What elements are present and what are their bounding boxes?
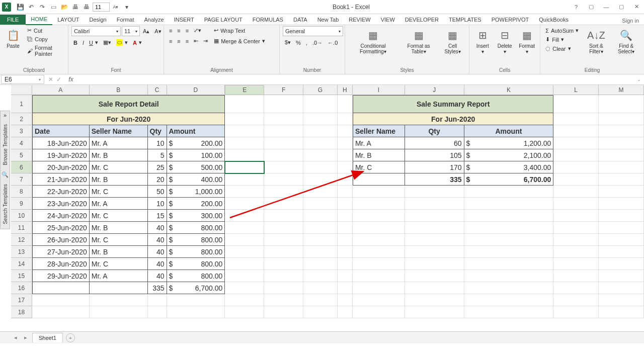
- delete-cells-button[interactable]: ⊟Delete▾: [495, 26, 515, 55]
- cell-L10[interactable]: [553, 210, 599, 222]
- cell-L11[interactable]: [553, 222, 599, 234]
- cell-A8[interactable]: 22-Jun-2020: [32, 186, 90, 198]
- cell-B3[interactable]: Seller Name: [90, 125, 148, 137]
- row-header-2[interactable]: 2: [11, 113, 32, 125]
- cell-G12[interactable]: [303, 234, 338, 246]
- font-color-button[interactable]: A▾: [131, 38, 144, 47]
- fx-icon[interactable]: fx: [65, 76, 76, 83]
- cell-B6[interactable]: Mr. C: [90, 161, 148, 173]
- cell-styles-button[interactable]: ▦Cell Styles▾: [439, 26, 466, 55]
- cell-H12[interactable]: [338, 234, 353, 246]
- autosum-button[interactable]: ΣAutoSum▾: [543, 26, 581, 35]
- cell-G1[interactable]: [303, 95, 338, 113]
- new-icon[interactable]: ▭: [48, 2, 58, 12]
- tab-developer[interactable]: DEVELOPER: [400, 16, 444, 25]
- cell-K3[interactable]: Amount: [464, 125, 554, 137]
- cell-K11[interactable]: [464, 222, 554, 234]
- cell-F1[interactable]: [264, 95, 303, 113]
- cell-E7[interactable]: [225, 173, 264, 186]
- cell-I14[interactable]: [353, 258, 405, 270]
- cell-L7[interactable]: [553, 173, 599, 186]
- tab-format[interactable]: Format: [112, 16, 139, 25]
- cell-F4[interactable]: [264, 137, 303, 149]
- cell-I9[interactable]: [353, 198, 405, 210]
- cell-H5[interactable]: [338, 149, 353, 161]
- cell-L2[interactable]: [553, 113, 599, 125]
- cell-M7[interactable]: [599, 173, 644, 186]
- detail-title[interactable]: Sale Report Detail: [32, 95, 225, 113]
- align-right-icon[interactable]: ≡: [184, 37, 191, 45]
- cell-M14[interactable]: [599, 258, 644, 270]
- sheet-tab[interactable]: Sheet1: [32, 333, 63, 342]
- cell-L8[interactable]: [553, 186, 599, 198]
- cell-L12[interactable]: [553, 234, 599, 246]
- decrease-indent-icon[interactable]: ⇤: [192, 37, 200, 45]
- cell-D12[interactable]: $800.00: [167, 234, 225, 246]
- cell-H2[interactable]: [338, 113, 353, 125]
- cell-A12[interactable]: 26-Jun-2020: [32, 234, 90, 246]
- row-header-1[interactable]: 1: [11, 95, 32, 113]
- column-header-L[interactable]: L: [553, 85, 599, 95]
- qat-customize-icon[interactable]: ▾: [122, 2, 132, 12]
- cell-H18[interactable]: [338, 306, 353, 318]
- cell-H4[interactable]: [338, 137, 353, 149]
- tab-formulas[interactable]: FORMULAS: [248, 16, 288, 25]
- cell-J11[interactable]: [405, 222, 464, 234]
- cell-L4[interactable]: [553, 137, 599, 149]
- summary-subtitle[interactable]: For Jun-2020: [353, 113, 553, 125]
- cell-E4[interactable]: [225, 137, 264, 149]
- cell-B5[interactable]: Mr. B: [90, 149, 148, 161]
- clear-button[interactable]: ◌Clear▾: [543, 44, 581, 53]
- cell-J5[interactable]: 105: [405, 149, 464, 161]
- cell-G10[interactable]: [303, 210, 338, 222]
- row-header-14[interactable]: 14: [11, 258, 32, 270]
- cell-A16[interactable]: [32, 282, 90, 294]
- cell-F10[interactable]: [264, 210, 303, 222]
- undo-icon[interactable]: ↶: [26, 2, 36, 12]
- format-as-table-button[interactable]: ▦Format as Table▾: [400, 26, 437, 55]
- cell-F12[interactable]: [264, 234, 303, 246]
- cell-B8[interactable]: Mr. C: [90, 186, 148, 198]
- tab-powerpivot[interactable]: POWERPIVOT: [487, 16, 534, 25]
- cell-H9[interactable]: [338, 198, 353, 210]
- cell-F14[interactable]: [264, 258, 303, 270]
- cell-J16[interactable]: [405, 282, 464, 294]
- cell-A14[interactable]: 28-Jun-2020: [32, 258, 90, 270]
- cell-B14[interactable]: Mr. C: [90, 258, 148, 270]
- select-all-corner[interactable]: [11, 85, 32, 95]
- decrease-decimal-icon[interactable]: ←.0: [326, 38, 340, 47]
- help-icon[interactable]: ?: [569, 0, 584, 14]
- merge-center-button[interactable]: ▦Merge & Center▾: [212, 37, 267, 45]
- enter-formula-icon[interactable]: ✓: [56, 76, 61, 83]
- cell-D17[interactable]: [167, 294, 225, 306]
- cell-D14[interactable]: $800.00: [167, 258, 225, 270]
- increase-indent-icon[interactable]: ⇥: [201, 37, 210, 45]
- cell-L9[interactable]: [553, 198, 599, 210]
- orientation-icon[interactable]: ⤢▾: [192, 26, 203, 35]
- cell-J13[interactable]: [405, 246, 464, 258]
- active-cell[interactable]: [225, 161, 264, 173]
- cell-C12[interactable]: 40: [148, 234, 167, 246]
- accounting-format-icon[interactable]: $▾: [283, 38, 293, 47]
- cell-M3[interactable]: [599, 125, 644, 137]
- cell-J14[interactable]: [405, 258, 464, 270]
- cell-F3[interactable]: [264, 125, 303, 137]
- tab-layout[interactable]: LAYOUT: [52, 16, 84, 25]
- cell-I16[interactable]: [353, 282, 405, 294]
- redo-icon[interactable]: ↷: [37, 2, 47, 12]
- fill-color-button[interactable]: ⬭▾: [114, 38, 130, 47]
- cell-A5[interactable]: 19-Jun-2020: [32, 149, 90, 161]
- cell-J18[interactable]: [405, 306, 464, 318]
- cell-D5[interactable]: $100.00: [167, 149, 225, 161]
- sort-filter-button[interactable]: A↓ZSort & Filter▾: [583, 26, 609, 55]
- cell-E1[interactable]: [225, 95, 264, 113]
- cell-C3[interactable]: Qty: [148, 125, 167, 137]
- cell-J10[interactable]: [405, 210, 464, 222]
- browse-templates-tab[interactable]: Browse Templates: [2, 119, 9, 170]
- cell-C7[interactable]: 20: [148, 173, 167, 186]
- cell-K8[interactable]: [464, 186, 554, 198]
- cell-L18[interactable]: [553, 306, 599, 318]
- search-templates-tab[interactable]: Search Templates: [2, 179, 9, 229]
- align-center-icon[interactable]: ≡: [175, 37, 182, 45]
- row-header-11[interactable]: 11: [11, 222, 32, 234]
